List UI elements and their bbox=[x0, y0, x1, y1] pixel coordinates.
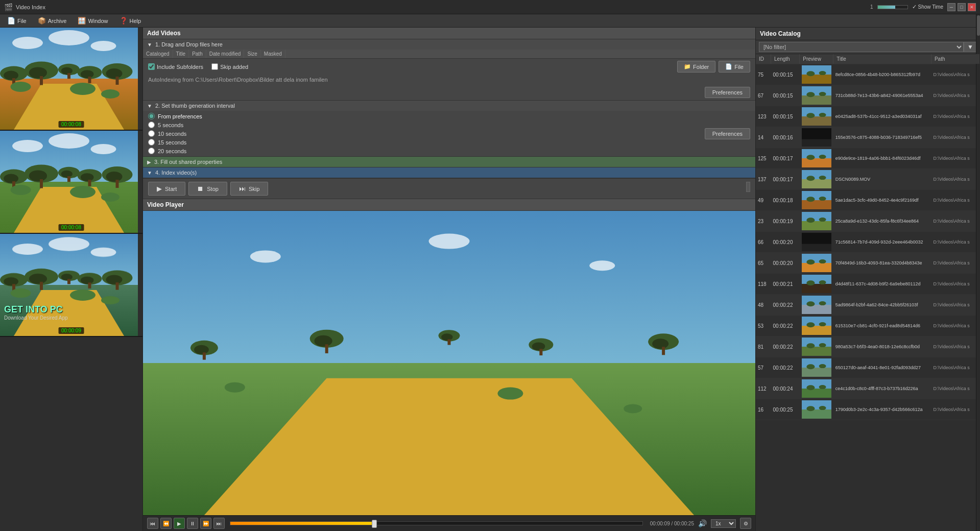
right-panel: Video Catalog [No filter] ▼ ID Length Pr… bbox=[755, 28, 980, 531]
catalog-row[interactable]: 2300:00:1925ca8a9d-e132-43dc-85fa-f8c6f3… bbox=[756, 211, 980, 232]
thumb-canvas-3 bbox=[0, 234, 138, 336]
folder-button[interactable]: 📁 Folder bbox=[677, 61, 715, 73]
add-videos-title: Add Videos bbox=[147, 30, 181, 37]
col-preview: Preview bbox=[800, 54, 833, 64]
catalog-header: Video Catalog bbox=[756, 28, 980, 40]
10-seconds-radio[interactable] bbox=[148, 130, 155, 137]
section-2-header[interactable]: ▼ 2. Set thumb generation interval bbox=[143, 101, 755, 111]
catalog-row[interactable]: 1400:00:16155e3576-c875-4088-b036-718349… bbox=[756, 127, 980, 148]
archive-menu-icon: 📦 bbox=[38, 17, 46, 25]
catalog-row[interactable]: 4900:00:185ae1dac5-3cfc-49d0-8452-4e4c9f… bbox=[756, 190, 980, 211]
start-button[interactable]: ▶ Start bbox=[148, 182, 185, 196]
20-seconds-option[interactable]: 20 seconds bbox=[148, 148, 202, 154]
forward-button[interactable]: ⏭ bbox=[213, 518, 225, 529]
start-icon: ▶ bbox=[157, 185, 162, 192]
video-progress-bar[interactable] bbox=[230, 521, 643, 525]
menu-file[interactable]: 📄 File bbox=[2, 15, 32, 26]
close-btn[interactable]: ✕ bbox=[968, 3, 976, 11]
menu-archive[interactable]: 📦 Archive bbox=[33, 15, 72, 26]
catalog-cell-length: 00:00:22 bbox=[771, 316, 800, 336]
catalog-row[interactable]: 6600:00:2071c56814-7b7d-409d-932d-2eee46… bbox=[756, 232, 980, 253]
show-time-checkbox-label[interactable]: ✓ Show Time bbox=[912, 4, 943, 10]
prev-frame-button[interactable]: ⏪ bbox=[160, 518, 172, 529]
catalog-cell-id: 57 bbox=[756, 357, 771, 378]
catalog-cell-title: DSCN0089.MOV bbox=[833, 169, 931, 190]
catalog-table-wrapper: ID Length Preview Title Path 7500:00:158… bbox=[756, 54, 980, 531]
pause-button[interactable]: ⏸ bbox=[187, 518, 198, 529]
catalog-row[interactable]: 8100:00:22980a53c7-b5f3-4ea0-8018-12e6c8… bbox=[756, 336, 980, 357]
thumbnail-item[interactable]: 00:00:08 bbox=[0, 131, 142, 234]
catalog-row[interactable]: 1600:00:251790d0b3-2e2c-4c3a-9357-d42b56… bbox=[756, 399, 980, 420]
section-4-header[interactable]: ▼ 4. Index video(s) bbox=[143, 167, 755, 178]
catalog-row[interactable]: 5700:00:22650127d0-aeaf-4041-8e01-92fad0… bbox=[756, 357, 980, 378]
filter-dropdown-button[interactable]: ▼ bbox=[964, 42, 977, 52]
skip-added-label[interactable]: Skip added bbox=[211, 63, 248, 70]
catalog-cell-id: 81 bbox=[756, 336, 771, 357]
volume-icon[interactable]: 🔊 bbox=[698, 519, 707, 527]
catalog-cell-length: 00:00:16 bbox=[771, 127, 800, 148]
play-button[interactable]: ▶ bbox=[174, 518, 185, 529]
section-1-header[interactable]: ▼ 1. Drag and Drop files here bbox=[143, 39, 755, 50]
5-seconds-option[interactable]: 5 seconds bbox=[148, 122, 202, 128]
menu-help[interactable]: ❓ Help bbox=[114, 15, 147, 26]
catalog-row[interactable]: 6700:00:15731cb88d-7e13-43b6-a842-49061e… bbox=[756, 85, 980, 106]
collapse-icon-2: ▼ bbox=[147, 103, 152, 109]
from-preferences-radio[interactable] bbox=[148, 113, 155, 119]
catalog-cell-id: 16 bbox=[756, 399, 771, 420]
20-seconds-radio[interactable] bbox=[148, 148, 155, 154]
collapse-icon-4: ▼ bbox=[147, 170, 152, 176]
15-seconds-radio[interactable] bbox=[148, 139, 155, 146]
catalog-row[interactable]: 11800:00:21d4d48f11-637c-4d08-b9f2-6a9eb… bbox=[756, 274, 980, 295]
catalog-cell-length: 00:00:20 bbox=[771, 232, 800, 253]
watermark-line2: Download Your Desired App bbox=[4, 315, 138, 321]
catalog-row[interactable]: 6500:00:2070f4849d-16b3-4093-81ea-3320d4… bbox=[756, 253, 980, 274]
progress-thumb[interactable] bbox=[372, 520, 377, 528]
thumbnail-item[interactable]: 00:00:08 bbox=[0, 28, 142, 131]
thumbnail-item-watermark[interactable]: GET INTO PC Download Your Desired App 00… bbox=[0, 234, 142, 337]
section-3-header[interactable]: ▶ 3. Fill out shared properties bbox=[143, 157, 755, 167]
stop-icon: ⏹ bbox=[197, 185, 204, 192]
catalog-row[interactable]: 7500:00:158efcd8ce-0856-4b48-b200-b86531… bbox=[756, 64, 980, 85]
options-row: Include Subfolders Skip added 📁 Folder 📄 bbox=[143, 59, 755, 75]
catalog-row[interactable]: 4800:00:225ad9864f-b2bf-4a62-84ce-42bb5f… bbox=[756, 295, 980, 316]
maximize-btn[interactable]: □ bbox=[958, 3, 966, 11]
mini-thumb-canvas bbox=[802, 358, 831, 377]
file-button[interactable]: 📄 File bbox=[719, 61, 750, 73]
mini-thumb-canvas bbox=[802, 233, 831, 251]
filter-select[interactable]: [No filter] bbox=[759, 42, 964, 52]
settings-button[interactable]: ⚙ bbox=[740, 518, 751, 529]
filter-row: [No filter] ▼ bbox=[756, 40, 980, 54]
catalog-cell-path: D:\Videos\Africa s bbox=[931, 232, 979, 253]
menu-window[interactable]: 🪟 Window bbox=[73, 15, 113, 26]
include-subfolders-checkbox[interactable] bbox=[148, 63, 155, 70]
catalog-row[interactable]: 11200:00:24ce4c1d0b-c8c0-4fff-87c3-b737b… bbox=[756, 378, 980, 399]
minimize-btn[interactable]: ─ bbox=[947, 3, 955, 11]
from-preferences-option[interactable]: From preferences bbox=[148, 113, 202, 119]
catalog-row[interactable]: 12500:00:17e90de9ce-1819-4a06-bbb1-84f60… bbox=[756, 148, 980, 169]
next-frame-button[interactable]: ⏩ bbox=[200, 518, 211, 529]
mini-thumb-canvas bbox=[802, 379, 831, 398]
stop-button[interactable]: ⏹ Stop bbox=[188, 182, 227, 196]
preferences-button-2[interactable]: Preferences bbox=[705, 128, 750, 139]
section-2-content: From preferences 5 seconds 10 seconds bbox=[143, 111, 755, 156]
catalog-cell-id: 65 bbox=[756, 253, 771, 274]
catalog-cell-path: D:\Videos\Africa s bbox=[931, 316, 979, 336]
15-seconds-option[interactable]: 15 seconds bbox=[148, 139, 202, 146]
panel-scroll-indicator[interactable] bbox=[746, 182, 750, 192]
speed-select[interactable]: 0.5x 1x 2x 4x bbox=[711, 519, 736, 528]
section-1-label: 1. Drag and Drop files here bbox=[155, 41, 223, 47]
skip-added-checkbox[interactable] bbox=[211, 63, 218, 70]
rewind-button[interactable]: ⏮ bbox=[147, 518, 158, 529]
catalog-cell-path: D:\Videos\Africa s bbox=[931, 357, 979, 378]
skip-button[interactable]: ⏭ Skip bbox=[230, 182, 268, 196]
catalog-cell-length: 00:00:17 bbox=[771, 148, 800, 169]
catalog-row[interactable]: 5300:00:22615310e7-cb81-4cf0-921f-ead8d5… bbox=[756, 316, 980, 336]
catalog-row[interactable]: 12300:00:15e0425ad8-537b-41cc-9512-a3ed0… bbox=[756, 106, 980, 127]
10-seconds-option[interactable]: 10 seconds bbox=[148, 130, 202, 137]
mini-thumb-canvas bbox=[802, 400, 831, 419]
catalog-row[interactable]: 13700:00:17DSCN0089.MOVD:\Videos\Africa … bbox=[756, 169, 980, 190]
preferences-button-1[interactable]: Preferences bbox=[705, 87, 750, 98]
include-subfolders-label[interactable]: Include Subfolders bbox=[148, 63, 203, 70]
skip-icon: ⏭ bbox=[239, 185, 246, 192]
5-seconds-radio[interactable] bbox=[148, 122, 155, 128]
